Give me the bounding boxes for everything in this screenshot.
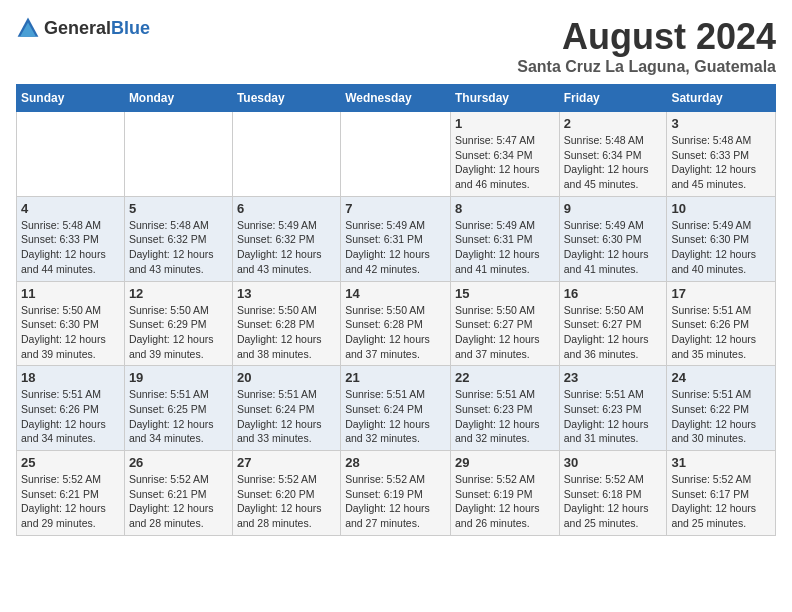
day-number: 27 [237, 455, 336, 470]
day-cell [232, 112, 340, 197]
day-cell: 16Sunrise: 5:50 AM Sunset: 6:27 PM Dayli… [559, 281, 667, 366]
day-number: 1 [455, 116, 555, 131]
day-number: 5 [129, 201, 228, 216]
week-row-4: 25Sunrise: 5:52 AM Sunset: 6:21 PM Dayli… [17, 451, 776, 536]
day-number: 28 [345, 455, 446, 470]
day-cell: 2Sunrise: 5:48 AM Sunset: 6:34 PM Daylig… [559, 112, 667, 197]
day-number: 15 [455, 286, 555, 301]
month-year-title: August 2024 [517, 16, 776, 58]
header-wednesday: Wednesday [341, 85, 451, 112]
day-cell: 30Sunrise: 5:52 AM Sunset: 6:18 PM Dayli… [559, 451, 667, 536]
header-saturday: Saturday [667, 85, 776, 112]
day-number: 21 [345, 370, 446, 385]
header-thursday: Thursday [450, 85, 559, 112]
day-cell: 22Sunrise: 5:51 AM Sunset: 6:23 PM Dayli… [450, 366, 559, 451]
day-info: Sunrise: 5:51 AM Sunset: 6:23 PM Dayligh… [455, 387, 555, 446]
day-cell: 4Sunrise: 5:48 AM Sunset: 6:33 PM Daylig… [17, 196, 125, 281]
week-row-3: 18Sunrise: 5:51 AM Sunset: 6:26 PM Dayli… [17, 366, 776, 451]
header-sunday: Sunday [17, 85, 125, 112]
day-cell: 13Sunrise: 5:50 AM Sunset: 6:28 PM Dayli… [232, 281, 340, 366]
day-info: Sunrise: 5:51 AM Sunset: 6:25 PM Dayligh… [129, 387, 228, 446]
day-cell: 21Sunrise: 5:51 AM Sunset: 6:24 PM Dayli… [341, 366, 451, 451]
day-info: Sunrise: 5:50 AM Sunset: 6:27 PM Dayligh… [564, 303, 663, 362]
day-cell: 14Sunrise: 5:50 AM Sunset: 6:28 PM Dayli… [341, 281, 451, 366]
day-cell: 25Sunrise: 5:52 AM Sunset: 6:21 PM Dayli… [17, 451, 125, 536]
day-cell: 1Sunrise: 5:47 AM Sunset: 6:34 PM Daylig… [450, 112, 559, 197]
day-info: Sunrise: 5:51 AM Sunset: 6:24 PM Dayligh… [345, 387, 446, 446]
day-cell: 27Sunrise: 5:52 AM Sunset: 6:20 PM Dayli… [232, 451, 340, 536]
day-number: 26 [129, 455, 228, 470]
day-info: Sunrise: 5:51 AM Sunset: 6:26 PM Dayligh… [21, 387, 120, 446]
day-cell: 10Sunrise: 5:49 AM Sunset: 6:30 PM Dayli… [667, 196, 776, 281]
day-info: Sunrise: 5:49 AM Sunset: 6:31 PM Dayligh… [455, 218, 555, 277]
day-number: 29 [455, 455, 555, 470]
day-cell: 18Sunrise: 5:51 AM Sunset: 6:26 PM Dayli… [17, 366, 125, 451]
day-info: Sunrise: 5:49 AM Sunset: 6:32 PM Dayligh… [237, 218, 336, 277]
day-cell: 6Sunrise: 5:49 AM Sunset: 6:32 PM Daylig… [232, 196, 340, 281]
day-info: Sunrise: 5:50 AM Sunset: 6:27 PM Dayligh… [455, 303, 555, 362]
day-number: 30 [564, 455, 663, 470]
header-row: SundayMondayTuesdayWednesdayThursdayFrid… [17, 85, 776, 112]
day-number: 10 [671, 201, 771, 216]
day-info: Sunrise: 5:52 AM Sunset: 6:20 PM Dayligh… [237, 472, 336, 531]
calendar-header: SundayMondayTuesdayWednesdayThursdayFrid… [17, 85, 776, 112]
day-cell [124, 112, 232, 197]
day-info: Sunrise: 5:51 AM Sunset: 6:23 PM Dayligh… [564, 387, 663, 446]
day-info: Sunrise: 5:52 AM Sunset: 6:21 PM Dayligh… [21, 472, 120, 531]
day-info: Sunrise: 5:50 AM Sunset: 6:30 PM Dayligh… [21, 303, 120, 362]
week-row-1: 4Sunrise: 5:48 AM Sunset: 6:33 PM Daylig… [17, 196, 776, 281]
day-cell: 3Sunrise: 5:48 AM Sunset: 6:33 PM Daylig… [667, 112, 776, 197]
day-info: Sunrise: 5:48 AM Sunset: 6:34 PM Dayligh… [564, 133, 663, 192]
day-number: 4 [21, 201, 120, 216]
day-number: 17 [671, 286, 771, 301]
day-cell: 23Sunrise: 5:51 AM Sunset: 6:23 PM Dayli… [559, 366, 667, 451]
day-number: 7 [345, 201, 446, 216]
logo-blue: Blue [111, 18, 150, 38]
day-number: 8 [455, 201, 555, 216]
day-number: 23 [564, 370, 663, 385]
day-cell: 31Sunrise: 5:52 AM Sunset: 6:17 PM Dayli… [667, 451, 776, 536]
day-cell: 11Sunrise: 5:50 AM Sunset: 6:30 PM Dayli… [17, 281, 125, 366]
day-number: 14 [345, 286, 446, 301]
week-row-2: 11Sunrise: 5:50 AM Sunset: 6:30 PM Dayli… [17, 281, 776, 366]
title-area: August 2024 Santa Cruz La Laguna, Guatem… [517, 16, 776, 76]
day-info: Sunrise: 5:52 AM Sunset: 6:19 PM Dayligh… [345, 472, 446, 531]
header-tuesday: Tuesday [232, 85, 340, 112]
day-info: Sunrise: 5:48 AM Sunset: 6:33 PM Dayligh… [671, 133, 771, 192]
day-number: 9 [564, 201, 663, 216]
day-cell: 29Sunrise: 5:52 AM Sunset: 6:19 PM Dayli… [450, 451, 559, 536]
day-info: Sunrise: 5:49 AM Sunset: 6:31 PM Dayligh… [345, 218, 446, 277]
day-number: 20 [237, 370, 336, 385]
day-info: Sunrise: 5:52 AM Sunset: 6:18 PM Dayligh… [564, 472, 663, 531]
day-number: 18 [21, 370, 120, 385]
day-info: Sunrise: 5:52 AM Sunset: 6:19 PM Dayligh… [455, 472, 555, 531]
day-info: Sunrise: 5:52 AM Sunset: 6:17 PM Dayligh… [671, 472, 771, 531]
day-cell: 19Sunrise: 5:51 AM Sunset: 6:25 PM Dayli… [124, 366, 232, 451]
day-info: Sunrise: 5:50 AM Sunset: 6:28 PM Dayligh… [345, 303, 446, 362]
day-number: 19 [129, 370, 228, 385]
day-info: Sunrise: 5:47 AM Sunset: 6:34 PM Dayligh… [455, 133, 555, 192]
day-cell [17, 112, 125, 197]
day-info: Sunrise: 5:51 AM Sunset: 6:22 PM Dayligh… [671, 387, 771, 446]
calendar-body: 1Sunrise: 5:47 AM Sunset: 6:34 PM Daylig… [17, 112, 776, 536]
day-cell [341, 112, 451, 197]
header-monday: Monday [124, 85, 232, 112]
day-cell: 8Sunrise: 5:49 AM Sunset: 6:31 PM Daylig… [450, 196, 559, 281]
day-number: 6 [237, 201, 336, 216]
day-cell: 5Sunrise: 5:48 AM Sunset: 6:32 PM Daylig… [124, 196, 232, 281]
logo-icon [16, 16, 40, 40]
day-cell: 7Sunrise: 5:49 AM Sunset: 6:31 PM Daylig… [341, 196, 451, 281]
day-info: Sunrise: 5:51 AM Sunset: 6:26 PM Dayligh… [671, 303, 771, 362]
day-number: 22 [455, 370, 555, 385]
day-cell: 20Sunrise: 5:51 AM Sunset: 6:24 PM Dayli… [232, 366, 340, 451]
day-number: 13 [237, 286, 336, 301]
day-cell: 12Sunrise: 5:50 AM Sunset: 6:29 PM Dayli… [124, 281, 232, 366]
day-number: 24 [671, 370, 771, 385]
day-info: Sunrise: 5:49 AM Sunset: 6:30 PM Dayligh… [671, 218, 771, 277]
day-cell: 17Sunrise: 5:51 AM Sunset: 6:26 PM Dayli… [667, 281, 776, 366]
day-info: Sunrise: 5:49 AM Sunset: 6:30 PM Dayligh… [564, 218, 663, 277]
page-header: GeneralBlue August 2024 Santa Cruz La La… [16, 16, 776, 76]
day-number: 31 [671, 455, 771, 470]
day-info: Sunrise: 5:48 AM Sunset: 6:32 PM Dayligh… [129, 218, 228, 277]
day-cell: 15Sunrise: 5:50 AM Sunset: 6:27 PM Dayli… [450, 281, 559, 366]
